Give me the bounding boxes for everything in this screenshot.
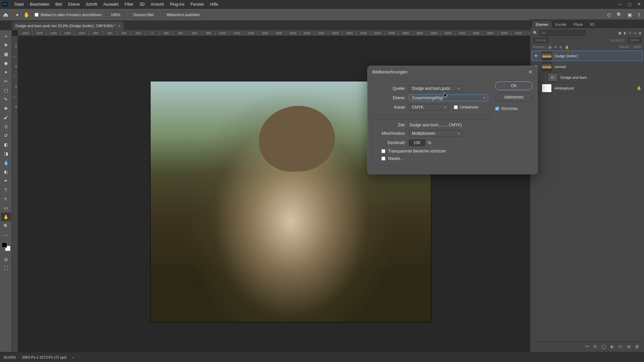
layer-row[interactable]: 👁normal (532, 61, 643, 72)
fill-value[interactable]: 100% (633, 45, 641, 49)
tool-blur[interactable]: 💧 (1, 158, 11, 167)
tool-rectangle[interactable]: ▭ (1, 203, 11, 212)
tool-lasso[interactable]: ◉ (1, 59, 11, 67)
status-chevron-icon[interactable]: › (72, 355, 74, 359)
tab-kanaele[interactable]: Kanäle (552, 21, 570, 28)
adjustment-layer-icon[interactable]: ◐ (610, 344, 614, 349)
tool-pen[interactable]: ✒ (1, 176, 11, 185)
zoom-100-button[interactable]: 100% (106, 11, 124, 18)
tool-path[interactable]: ↖ (1, 194, 11, 203)
layer-mask-icon[interactable]: ◯ (601, 344, 606, 349)
tool-artboard[interactable]: ▦ (1, 50, 11, 58)
opacity-input[interactable] (409, 139, 425, 146)
lock-artboard-icon[interactable]: ⊕ (559, 45, 562, 49)
filter-type-icon[interactable]: T (629, 31, 631, 35)
tool-type[interactable]: T (1, 185, 11, 194)
layer-thumbnail[interactable] (542, 84, 552, 93)
dialog-titlebar[interactable]: Bildberechnungen ✕ (368, 66, 537, 78)
tool-move[interactable]: ✥ (1, 41, 11, 49)
visibility-eye-icon[interactable]: 👁 (533, 54, 539, 58)
tool-brush[interactable]: 🖌 (1, 113, 11, 122)
search-icon[interactable]: 🔍 (616, 12, 622, 17)
layer-name[interactable]: Hintergrund (554, 86, 634, 90)
blend-select[interactable]: Multiplizieren▾ (409, 130, 463, 137)
menu-bearbeiten[interactable]: Bearbeiten (27, 2, 52, 7)
tab-pfade[interactable]: Pfade (570, 21, 586, 28)
tool-more[interactable]: ⋯ (1, 231, 11, 239)
fit-screen-button[interactable]: Ganzes Bild (129, 11, 158, 18)
layer-name[interactable]: normal (554, 65, 641, 69)
tab-close-icon[interactable]: × (118, 23, 121, 28)
quickmask-icon[interactable]: ◎ (1, 255, 11, 263)
menu-auswahl[interactable]: Auswahl (100, 2, 121, 7)
menu-hilfe[interactable]: Hilfe (207, 2, 221, 7)
collapse-icon[interactable]: » (1, 32, 11, 40)
menu-datei[interactable]: Datei (11, 2, 27, 7)
invert-checkbox[interactable]: Umkehren (454, 105, 488, 110)
filter-shape-icon[interactable]: ▭ (633, 31, 637, 35)
layer-row[interactable]: Hintergrund🔒 (532, 83, 643, 94)
tool-gradient[interactable]: ◨ (1, 149, 11, 158)
delete-layer-icon[interactable]: 🗑 (635, 344, 639, 349)
link-layers-icon[interactable]: ⚯ (586, 344, 589, 349)
cloud-icon[interactable]: ◴ (607, 12, 611, 17)
cancel-button[interactable]: Abbrechen (495, 93, 533, 102)
lock-icon[interactable]: 🔒 (637, 86, 641, 90)
menu-schrift[interactable]: Schrift (83, 2, 100, 7)
tool-history-brush[interactable]: ↺ (1, 131, 11, 140)
tool-eyedropper[interactable]: ✎ (1, 95, 11, 104)
share-icon[interactable]: ⇪ (637, 12, 641, 17)
tool-dodge[interactable]: ◐ (1, 167, 11, 176)
menu-ebene[interactable]: Ebene (65, 2, 83, 7)
tab-ebenen[interactable]: Ebenen (532, 21, 552, 28)
layer-name[interactable]: Dodge and burn (560, 75, 641, 79)
home-icon[interactable] (3, 12, 9, 18)
tool-hand[interactable]: ✋ (1, 213, 11, 221)
menu-filter[interactable]: Filter (121, 2, 137, 7)
document-tab[interactable]: Dodge and burn.psdc bei 20,8% (Dodge (he… (12, 21, 124, 30)
menu-3d[interactable]: 3D (137, 2, 148, 7)
menu-ansicht[interactable]: Ansicht (148, 2, 167, 7)
layer-name[interactable]: Dodge (heller) (554, 54, 641, 58)
tool-stamp[interactable]: ⎙ (1, 122, 11, 131)
menu-bild[interactable]: Bild (52, 2, 65, 7)
layer-row[interactable]: 🗀Dodge and burn (532, 72, 643, 83)
hand-tool-icon[interactable]: ✋ (23, 12, 30, 18)
mask-checkbox[interactable] (381, 157, 385, 161)
document-dimensions[interactable]: 3983 Px x 3273 Px (72 ppi) (22, 355, 66, 359)
lock-pixels-icon[interactable]: ▦ (548, 45, 551, 49)
layer-fx-icon[interactable]: fx (594, 344, 597, 349)
layer-thumbnail[interactable] (542, 62, 552, 71)
lock-all-icon[interactable]: 🔒 (565, 45, 569, 49)
new-layer-icon[interactable]: ⊞ (627, 344, 631, 349)
layer-row[interactable]: 👁Dodge (heller) (532, 51, 643, 61)
chevron-left-icon[interactable]: ◄ (15, 12, 19, 17)
foreground-color-swatch[interactable] (2, 242, 7, 248)
blend-mode-select[interactable]: Normal (533, 38, 548, 43)
layer-thumbnail[interactable] (542, 52, 552, 60)
group-icon[interactable]: 🗀 (619, 344, 623, 349)
tool-wand[interactable]: ✦ (1, 68, 11, 76)
tool-zoom[interactable]: 🔍 (1, 222, 11, 230)
fill-screen-button[interactable]: Bildschirm ausfüllen (163, 11, 204, 18)
menu-fenster[interactable]: Fenster (187, 2, 207, 7)
window-close-icon[interactable]: ✕ (637, 2, 641, 7)
window-maximize-icon[interactable]: ▢ (627, 2, 632, 7)
tool-crop[interactable]: ✂ (1, 77, 11, 85)
scroll-all-windows-checkbox[interactable]: Bildlauf in allen Fenstern durchführen (35, 13, 102, 17)
tool-eraser[interactable]: ◧ (1, 140, 11, 149)
dialog-close-icon[interactable]: ✕ (528, 69, 533, 75)
opacity-value[interactable]: 100% (628, 38, 641, 43)
tool-frame[interactable]: ▢ (1, 86, 11, 95)
layer-thumbnail[interactable]: 🗀 (548, 73, 558, 82)
ok-button[interactable]: OK (495, 81, 533, 90)
menu-plugins[interactable]: Plug-ins (167, 2, 187, 7)
color-swatch[interactable] (2, 242, 10, 251)
filter-adjust-icon[interactable]: ◐ (624, 31, 627, 35)
lock-position-icon[interactable]: ✜ (554, 45, 557, 49)
zoom-level[interactable]: 20,83% (3, 355, 16, 359)
layer-filter-input[interactable] (540, 30, 586, 36)
layer-select[interactable]: Zusammengefügt▾ (409, 95, 488, 101)
filter-image-icon[interactable]: ▣ (618, 31, 622, 35)
filter-smart-icon[interactable]: ◈ (639, 31, 641, 35)
